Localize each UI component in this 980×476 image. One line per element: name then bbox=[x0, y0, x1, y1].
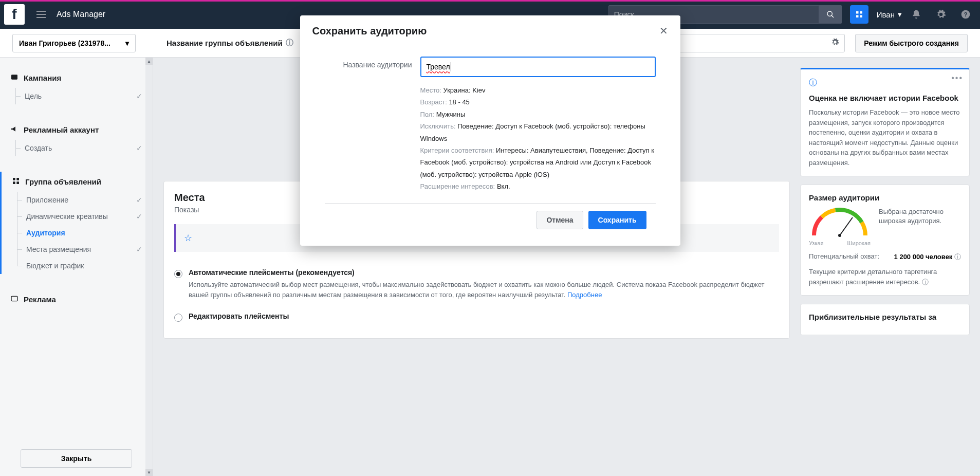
sidebar-section-ad[interactable]: Реклама bbox=[0, 289, 153, 309]
check-icon: ✓ bbox=[136, 212, 142, 221]
notifications-icon[interactable] bbox=[906, 4, 927, 25]
edit-placements-option[interactable]: Редактировать плейсменты bbox=[174, 306, 779, 328]
info-panel: ⓘ ••• Оценка не включает истории Faceboo… bbox=[800, 68, 970, 176]
scroll-up-icon[interactable]: ▲ bbox=[145, 58, 153, 65]
sidebar-scrollbar[interactable]: ▲ ▼ bbox=[145, 58, 153, 476]
edit-placements-title: Редактировать плейсменты bbox=[189, 312, 289, 320]
business-icon[interactable] bbox=[850, 5, 868, 24]
check-icon: ✓ bbox=[136, 92, 142, 100]
svg-rect-8 bbox=[11, 75, 17, 79]
save-button[interactable]: Сохранить bbox=[588, 211, 646, 229]
search-icon bbox=[826, 10, 835, 19]
gauge-wide-label: Широкая bbox=[847, 240, 871, 246]
settings-icon[interactable] bbox=[931, 4, 951, 25]
user-name: Иван bbox=[877, 10, 895, 19]
chevron-down-icon: ▾ bbox=[125, 39, 129, 47]
check-icon: ✓ bbox=[136, 144, 142, 152]
audience-details: Место: Украина: Kiev Возраст: 18 - 45 По… bbox=[420, 84, 656, 193]
close-button[interactable]: Закрыть bbox=[21, 449, 132, 468]
facebook-logo[interactable]: f bbox=[4, 4, 25, 25]
audience-gauge bbox=[809, 207, 871, 238]
adset-name-label: Название группы объявлений ⓘ bbox=[167, 38, 293, 48]
sidebar-item-create-account[interactable]: Создать ✓ bbox=[0, 140, 153, 156]
account-selector[interactable]: Иван Григорьев (231978... ▾ bbox=[12, 34, 136, 52]
modal-title: Сохранить аудиторию bbox=[312, 25, 427, 37]
sidebar-section-adset[interactable]: Группа объявлений bbox=[2, 172, 153, 192]
star-icon: ☆ bbox=[184, 232, 192, 244]
audience-name-value: Тревел bbox=[427, 63, 450, 71]
svg-rect-3 bbox=[860, 11, 862, 14]
svg-rect-2 bbox=[856, 11, 859, 14]
app-title: Ads Manager bbox=[57, 10, 105, 19]
svg-rect-11 bbox=[13, 181, 15, 184]
svg-rect-4 bbox=[856, 15, 859, 18]
audience-status-text: Выбрана достаточно широкая аудитория. bbox=[879, 207, 961, 226]
gear-icon[interactable] bbox=[831, 38, 839, 48]
radio-unselected-icon bbox=[174, 314, 182, 322]
sidebar-section-ad-account[interactable]: Рекламный аккаунт bbox=[0, 120, 153, 140]
svg-text:?: ? bbox=[964, 11, 967, 17]
cancel-button[interactable]: Отмена bbox=[537, 211, 583, 229]
close-icon[interactable]: ✕ bbox=[659, 25, 668, 37]
approx-results-title: Приблизительные результаты за bbox=[809, 313, 961, 321]
save-audience-modal: Сохранить аудиторию ✕ Название аудитории… bbox=[300, 15, 680, 246]
sidebar-item-app[interactable]: Приложение ✓ bbox=[2, 192, 153, 208]
auto-placements-option[interactable]: Автоматические плейсменты (рекомендуется… bbox=[174, 262, 779, 306]
info-icon: ⓘ bbox=[809, 78, 817, 87]
audience-name-label: Название аудитории bbox=[325, 57, 412, 193]
ad-icon bbox=[10, 295, 19, 304]
learn-more-link[interactable]: Подробнее bbox=[567, 291, 602, 299]
auto-placements-desc: Используйте автоматический выбор мест ра… bbox=[189, 280, 779, 300]
info-icon[interactable]: ⓘ bbox=[954, 253, 961, 261]
info-panel-text: Поскольку истории Facebook — это новое м… bbox=[809, 107, 961, 168]
sidebar: Кампания Цель ✓ Рекламный аккаунт Создат… bbox=[0, 58, 153, 476]
search-button[interactable] bbox=[819, 5, 842, 24]
chevron-down-icon: ▾ bbox=[898, 10, 902, 19]
reach-label: Потенциальный охват: bbox=[809, 252, 879, 262]
sidebar-item-audience[interactable]: Аудитория bbox=[2, 225, 153, 241]
info-icon[interactable]: ⓘ bbox=[286, 38, 293, 48]
svg-rect-5 bbox=[860, 15, 862, 18]
account-selector-label: Иван Григорьев (231978... bbox=[19, 39, 110, 47]
svg-line-14 bbox=[840, 217, 853, 235]
svg-rect-12 bbox=[16, 181, 19, 184]
svg-rect-9 bbox=[13, 178, 15, 180]
gauge-narrow-label: Узкая bbox=[809, 240, 824, 246]
menu-icon[interactable] bbox=[31, 11, 51, 18]
svg-line-1 bbox=[831, 15, 834, 17]
help-icon[interactable]: ? bbox=[955, 4, 976, 25]
sidebar-item-placements[interactable]: Места размещения ✓ bbox=[2, 241, 153, 258]
radio-selected-icon bbox=[174, 270, 182, 278]
svg-rect-13 bbox=[11, 296, 17, 301]
more-icon[interactable]: ••• bbox=[951, 74, 963, 83]
check-icon: ✓ bbox=[136, 245, 142, 253]
audience-name-input[interactable]: Тревел bbox=[420, 57, 656, 77]
auto-placements-title: Автоматические плейсменты (рекомендуется… bbox=[189, 268, 779, 277]
scroll-down-icon[interactable]: ▼ bbox=[145, 469, 153, 476]
audience-size-title: Размер аудитории bbox=[809, 193, 961, 202]
sidebar-item-objective[interactable]: Цель ✓ bbox=[0, 88, 153, 104]
approx-results-panel: Приблизительные результаты за bbox=[800, 304, 970, 335]
audience-size-panel: Размер аудитории bbox=[800, 185, 970, 296]
user-menu[interactable]: Иван ▾ bbox=[877, 10, 902, 19]
svg-point-0 bbox=[827, 11, 832, 16]
info-panel-title: Оценка не включает истории Facebook bbox=[809, 94, 961, 102]
info-icon[interactable]: ⓘ bbox=[922, 278, 929, 286]
megaphone-icon bbox=[10, 125, 19, 135]
quick-creation-mode-button[interactable]: Режим быстрого создания bbox=[855, 34, 968, 52]
campaign-icon bbox=[10, 73, 19, 83]
reach-value: 1 200 000 человек bbox=[894, 253, 953, 261]
sidebar-item-dynamic-creatives[interactable]: Динамические креативы ✓ bbox=[2, 208, 153, 225]
sidebar-section-campaign[interactable]: Кампания bbox=[0, 68, 153, 88]
adset-icon bbox=[12, 177, 20, 187]
audience-note: Текущие критерии детального таргетинга р… bbox=[809, 267, 961, 287]
svg-rect-10 bbox=[16, 178, 19, 180]
svg-point-15 bbox=[838, 234, 841, 237]
check-icon: ✓ bbox=[136, 196, 142, 204]
sidebar-item-budget-schedule[interactable]: Бюджет и график bbox=[2, 258, 153, 274]
